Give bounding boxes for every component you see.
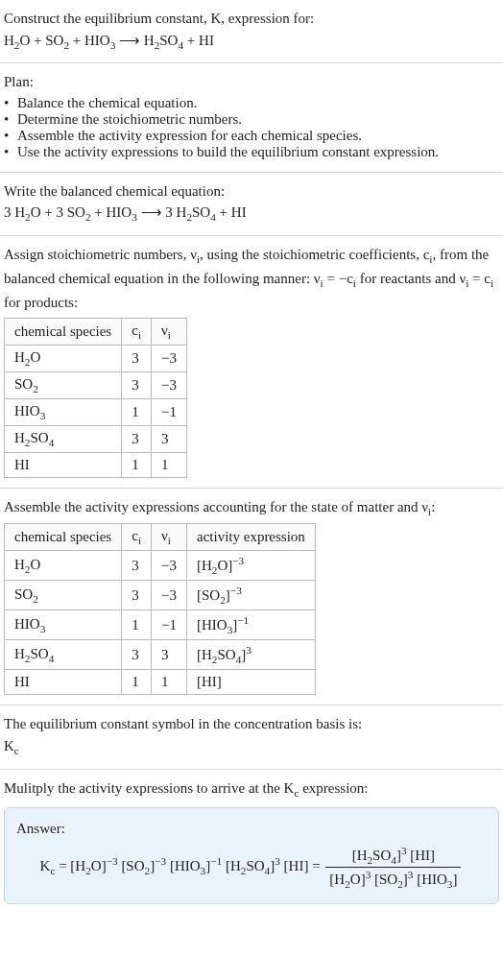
col-ci: ci (122, 318, 152, 345)
symbol-line1: The equilibrium constant symbol in the c… (4, 713, 499, 735)
answer-equation: Kc = [H2O]−3 [SO2]−3 [HIO3]−1 [H2SO4]3 [… (16, 845, 487, 890)
table-row: HIO31−1 (5, 398, 187, 425)
section-symbol: The equilibrium constant symbol in the c… (0, 705, 503, 769)
activity-table: chemical species ci νi activity expressi… (4, 523, 316, 695)
answer-label: Answer: (16, 818, 487, 840)
table-cell: SO2 (5, 371, 122, 398)
table-cell: HI (5, 452, 122, 477)
table-cell: SO2 (5, 581, 122, 610)
table-cell: [HI] (186, 670, 315, 695)
table-row: H2O3−3 (5, 345, 187, 371)
table-row: H2O3−3[H2O]−3 (5, 551, 316, 581)
list-item-label: Use the activity expressions to build th… (17, 144, 439, 160)
table-cell: HIO3 (5, 398, 122, 425)
table-cell: −3 (152, 345, 187, 371)
table-cell: 1 (122, 670, 152, 695)
answer-lhs: Kc = [H2O]−3 [SO2]−3 [HIO3]−1 [H2SO4]3 [… (40, 858, 324, 873)
table-cell: 1 (152, 670, 187, 695)
list-item: •Use the activity expressions to build t… (4, 144, 499, 160)
list-item-label: Assemble the activity expression for eac… (17, 128, 362, 144)
answer-numerator: [H2SO4]3 [HI] (325, 845, 461, 868)
table-cell: [HIO3]−1 (186, 610, 315, 640)
table-row: H2SO433 (5, 425, 187, 452)
col-vi: νi (152, 318, 187, 345)
section-plan: Plan: •Balance the chemical equation.•De… (0, 63, 503, 173)
table-header-row: chemical species ci νi activity expressi… (5, 524, 316, 551)
table-row: HI11[HI] (5, 670, 316, 695)
table-cell: H2SO4 (5, 640, 122, 670)
answer-denominator: [H2O]3 [SO2]3 [HIO3] (325, 868, 461, 890)
table-cell: 1 (122, 610, 152, 640)
table-cell: 3 (122, 640, 152, 670)
table-header-row: chemical species ci νi (5, 318, 187, 345)
table-cell: −3 (152, 371, 187, 398)
list-item: •Determine the stoichiometric numbers. (4, 111, 499, 128)
answer-box: Answer: Kc = [H2O]−3 [SO2]−3 [HIO3]−1 [H… (4, 807, 499, 905)
section-intro: Construct the equilibrium constant, K, e… (0, 0, 503, 63)
bullet-icon: • (4, 128, 17, 144)
bullet-icon: • (4, 95, 17, 111)
stoich-table: chemical species ci νi H2O3−3SO23−3HIO31… (4, 318, 187, 478)
table-row: HI11 (5, 452, 187, 477)
section-stoich: Assign stoichiometric numbers, νi, using… (0, 236, 503, 488)
table-cell: H2O (5, 345, 122, 371)
section-balanced: Write the balanced chemical equation: 3 … (0, 173, 503, 236)
col-species: chemical species (5, 318, 122, 345)
list-item: •Balance the chemical equation. (4, 95, 499, 111)
table-cell: [H2SO4]3 (186, 640, 315, 670)
list-item-label: Balance the chemical equation. (17, 95, 197, 111)
table-cell: 1 (122, 452, 152, 477)
activity-intro: Assemble the activity expressions accoun… (4, 496, 499, 520)
table-cell: 3 (122, 425, 152, 452)
list-item-label: Determine the stoichiometric numbers. (17, 111, 242, 128)
intro-equation: H2O + SO2 + HIO3 ⟶ H2SO4 + HI (4, 30, 499, 54)
table-cell: 3 (122, 581, 152, 610)
table-cell: 1 (152, 452, 187, 477)
section-answer: Mulitply the activity expressions to arr… (0, 770, 503, 914)
table-row: SO23−3[SO2]−3 (5, 581, 316, 610)
table-row: HIO31−1[HIO3]−1 (5, 610, 316, 640)
bullet-icon: • (4, 111, 17, 128)
table-cell: 3 (122, 551, 152, 581)
table-cell: H2O (5, 551, 122, 581)
table-cell: [H2O]−3 (186, 551, 315, 581)
table-row: SO23−3 (5, 371, 187, 398)
answer-fraction: [H2SO4]3 [HI][H2O]3 [SO2]3 [HIO3] (325, 845, 461, 890)
intro-prompt: Construct the equilibrium constant, K, e… (4, 8, 499, 30)
table-row: H2SO433[H2SO4]3 (5, 640, 316, 670)
table-cell: 3 (122, 371, 152, 398)
table-cell: HIO3 (5, 610, 122, 640)
col-ci: ci (122, 524, 152, 551)
list-item: •Assemble the activity expression for ea… (4, 128, 499, 144)
table-cell: −1 (152, 610, 187, 640)
plan-heading: Plan: (4, 71, 499, 93)
col-species: chemical species (5, 524, 122, 551)
plan-list: •Balance the chemical equation.•Determin… (4, 95, 499, 160)
symbol-line2: Kc (4, 735, 499, 759)
table-cell: 1 (122, 398, 152, 425)
balanced-equation: 3 H2O + 3 SO2 + HIO3 ⟶ 3 H2SO4 + HI (4, 202, 499, 226)
stoich-body: H2O3−3SO23−3HIO31−1H2SO433HI11 (5, 345, 187, 477)
table-cell: 3 (122, 345, 152, 371)
table-cell: −1 (152, 398, 187, 425)
table-cell: 3 (152, 425, 187, 452)
table-cell: −3 (152, 581, 187, 610)
multiply-intro: Mulitply the activity expressions to arr… (4, 777, 499, 801)
bullet-icon: • (4, 144, 17, 160)
balanced-heading: Write the balanced chemical equation: (4, 180, 499, 203)
table-cell: H2SO4 (5, 425, 122, 452)
activity-body: H2O3−3[H2O]−3SO23−3[SO2]−3HIO31−1[HIO3]−… (5, 551, 316, 695)
col-vi: νi (152, 524, 187, 551)
table-cell: −3 (152, 551, 187, 581)
section-activity: Assemble the activity expressions accoun… (0, 489, 503, 706)
col-activity: activity expression (186, 524, 315, 551)
stoich-intro: Assign stoichiometric numbers, νi, using… (4, 244, 499, 313)
table-cell: HI (5, 670, 122, 695)
table-cell: 3 (152, 640, 187, 670)
table-cell: [SO2]−3 (186, 581, 315, 610)
